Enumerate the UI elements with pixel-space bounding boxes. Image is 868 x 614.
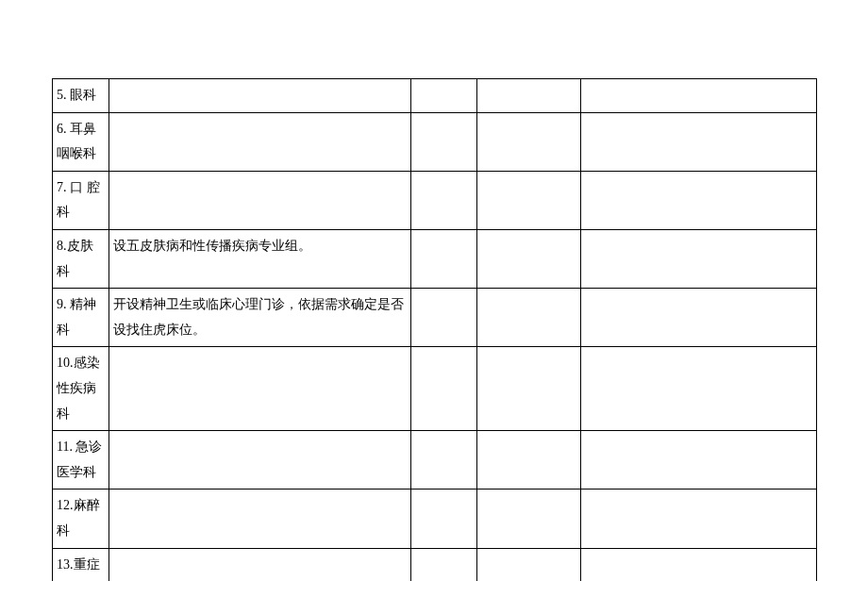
- cell-dept: 6. 耳鼻咽喉科: [53, 112, 109, 171]
- table-row: 7. 口 腔科: [53, 171, 817, 229]
- cell-col3: [411, 347, 477, 431]
- cell-col3: [411, 112, 477, 171]
- cell-col4: [477, 229, 581, 288]
- table-row: 8.皮肤科 设五皮肤病和性传播疾病专业组。: [53, 229, 817, 288]
- cell-col5: [581, 229, 817, 288]
- table-row: 10.感染性疾病科: [53, 347, 817, 431]
- cell-col3: [411, 79, 477, 113]
- cell-desc: [109, 112, 411, 171]
- cell-col4: [477, 490, 581, 548]
- cell-desc: [109, 431, 411, 490]
- cell-col4: [477, 289, 581, 347]
- cell-col3: [411, 171, 477, 229]
- cell-col3: [411, 229, 477, 288]
- cell-col5: [581, 431, 817, 490]
- cell-col5: [581, 490, 817, 548]
- table-row: 5. 眼科: [53, 79, 817, 113]
- cell-desc: 设五皮肤病和性传播疾病专业组。: [109, 229, 411, 288]
- department-table: 5. 眼科 6. 耳鼻咽喉科 7. 口 腔科 8.皮肤科 设五皮肤病和性传播疾病…: [52, 78, 817, 581]
- cell-desc: [109, 171, 411, 229]
- cell-col5: [581, 79, 817, 113]
- cell-desc: [109, 79, 411, 113]
- cell-col5: [581, 548, 817, 581]
- cell-dept: 11. 急诊医学科: [53, 431, 109, 490]
- cell-dept: 13.重症: [53, 548, 109, 581]
- cell-col4: [477, 79, 581, 113]
- cell-col4: [477, 548, 581, 581]
- cell-desc: [109, 347, 411, 431]
- cell-desc: [109, 548, 411, 581]
- table-row: 9. 精神科 开设精神卫生或临床心理门诊，依据需求确定是否设找住虎床位。: [53, 289, 817, 347]
- cell-col5: [581, 112, 817, 171]
- cell-col4: [477, 171, 581, 229]
- cell-desc: [109, 490, 411, 548]
- cell-dept: 10.感染性疾病科: [53, 347, 109, 431]
- cell-dept: 12.麻醉科: [53, 490, 109, 548]
- cell-dept: 8.皮肤科: [53, 229, 109, 288]
- cell-col3: [411, 490, 477, 548]
- cell-col4: [477, 112, 581, 171]
- cell-col5: [581, 347, 817, 431]
- cell-dept: 7. 口 腔科: [53, 171, 109, 229]
- cell-col3: [411, 548, 477, 581]
- table-row: 13.重症: [53, 548, 817, 581]
- cell-dept: 9. 精神科: [53, 289, 109, 347]
- cell-col4: [477, 431, 581, 490]
- table-row: 6. 耳鼻咽喉科: [53, 112, 817, 171]
- cell-col3: [411, 289, 477, 347]
- cell-col5: [581, 171, 817, 229]
- cell-dept: 5. 眼科: [53, 79, 109, 113]
- table-row: 12.麻醉科: [53, 490, 817, 548]
- cell-col4: [477, 347, 581, 431]
- cell-col3: [411, 431, 477, 490]
- cell-col5: [581, 289, 817, 347]
- cell-desc: 开设精神卫生或临床心理门诊，依据需求确定是否设找住虎床位。: [109, 289, 411, 347]
- table-row: 11. 急诊医学科: [53, 431, 817, 490]
